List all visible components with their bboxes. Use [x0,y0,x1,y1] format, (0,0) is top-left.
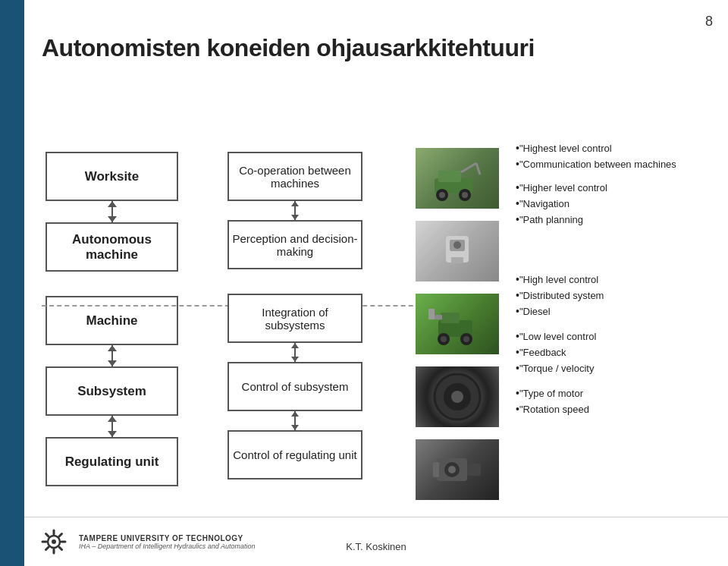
right-group-highest: "Highest level control "Communication be… [516,140,717,172]
control-subsystem-box: Control of subsystem [228,362,362,411]
bullet-motor-1: "Type of motor [516,385,717,401]
left-column: Worksite Autonomous machine Machine Subs… [46,152,178,486]
svg-line-7 [476,163,480,175]
integration-box: Integration of subsystems [228,294,362,343]
middle-column: Co-operation between machines Perception… [228,152,362,480]
bullet-higher-1: "Higher level control [516,180,717,196]
university-name: TAMPERE UNIVERSITY OF TECHNOLOGY [79,534,255,542]
sensor-image [416,221,499,281]
svg-rect-24 [467,464,481,476]
bullet-higher-3: "Path planning [516,212,717,228]
svg-line-37 [46,547,49,550]
mid-arrow-2 [294,411,296,430]
perception-box: Perception and decision-making [228,220,362,269]
tire-svg [431,370,484,423]
subsystem-box: Subsystem [46,366,178,416]
department-name: IHA – Department of Intelligent Hydrauli… [79,542,255,550]
svg-point-17 [463,336,469,342]
machine-box: Machine [46,296,178,345]
co-operation-box: Co-operation between machines [228,152,362,201]
tire-image [416,366,499,427]
control-regulating-box: Control of regulating unit [228,430,362,480]
svg-rect-19 [428,309,435,319]
svg-line-6 [461,163,476,172]
svg-point-10 [453,241,461,249]
autonomous-machine-box: Autonomous machine [46,222,178,272]
right-group-motor: "Type of motor "Rotation speed [516,385,717,417]
main-title: Autonomisten koneiden ohjausarkkitehtuur… [42,34,535,62]
bullet-highest-2: "Communication between machines [516,156,717,172]
bullet-motor-2: "Rotation speed [516,401,717,417]
excavator-image [416,148,499,209]
bullet-high-1: "High level control [516,272,717,288]
svg-rect-13 [441,313,460,323]
bullet-high-2: "Distributed system [516,288,717,303]
sensor-svg [435,228,480,274]
svg-point-29 [52,539,56,544]
svg-rect-1 [438,171,461,182]
left-accent-bar [0,0,24,566]
arrow-subsystem-regulating [111,416,113,437]
bullet-low-3: "Torque / velocity [516,360,717,376]
page-number: 8 [705,14,713,30]
svg-line-34 [46,534,49,537]
footer: TAMPERE UNIVERSITY OF TECHNOLOGY IHA – D… [24,517,728,566]
arrow-machine-subsystem [111,345,113,366]
right-group-high: "High level control "Distributed system … [516,272,717,319]
svg-point-27 [448,466,456,473]
image-column [416,148,499,508]
mid-arrow-0 [294,201,296,220]
svg-line-35 [59,547,62,550]
bullet-low-2: "Feedback [516,344,717,360]
motor-image [416,439,499,500]
right-group-higher: "Higher level control "Navigation "Path … [516,180,717,228]
right-group-low: "Low level control "Feedback "Torque / v… [516,329,717,376]
svg-rect-25 [433,462,439,477]
svg-point-15 [441,336,447,342]
bullet-high-3: "Diesel [516,303,717,319]
footer-text: TAMPERE UNIVERSITY OF TECHNOLOGY IHA – D… [79,534,255,550]
svg-rect-11 [451,257,463,263]
svg-point-3 [439,192,445,198]
bullet-higher-2: "Navigation [516,196,717,212]
motor-svg [429,447,486,492]
bullet-highest-1: "Highest level control [516,140,717,156]
worksite-box: Worksite [46,152,178,201]
presenter-name: K.T. Koskinen [346,541,406,552]
svg-point-5 [462,192,468,198]
svg-point-22 [451,391,463,403]
loader-image [416,294,499,354]
mid-arrow-1 [294,343,296,362]
university-logo-icon [39,527,68,556]
arrow-worksite-autonomous [111,201,113,222]
loader-svg [427,301,488,347]
svg-line-36 [59,534,62,537]
excavator-svg [427,156,488,201]
bullet-low-1: "Low level control [516,329,717,344]
regulating-unit-box: Regulating unit [46,437,178,486]
right-text-column: "Highest level control "Communication be… [516,140,717,423]
